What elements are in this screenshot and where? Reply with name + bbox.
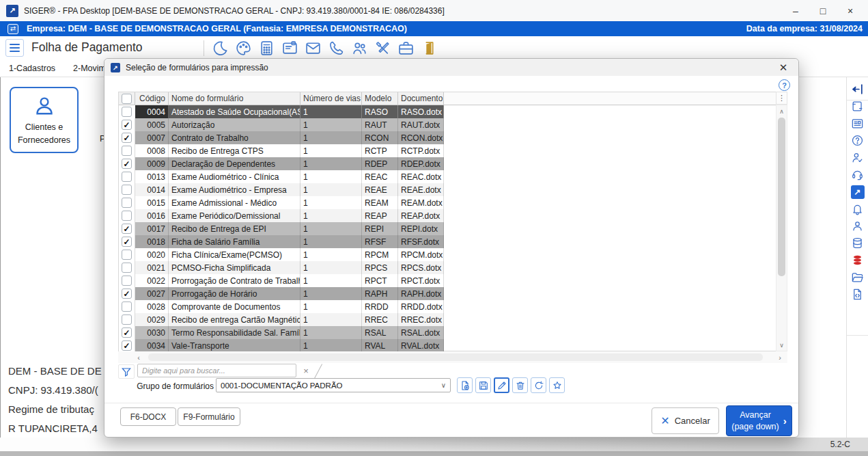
row-checkbox[interactable] <box>122 250 132 260</box>
help-icon[interactable]: ? <box>779 79 790 91</box>
mail-icon[interactable] <box>303 38 322 57</box>
row-checkbox[interactable]: ✓ <box>122 340 132 351</box>
column-header[interactable]: Número de vias <box>300 92 362 105</box>
scroll-icon[interactable] <box>850 98 866 115</box>
tab-1[interactable]: 1-Cadastros <box>9 64 55 73</box>
select-all-checkbox[interactable] <box>122 94 132 104</box>
search-input[interactable] <box>137 364 296 377</box>
table-row[interactable]: 0020Ficha Clínica/Exame(PCMSO)1RPCMRPCM.… <box>119 248 776 261</box>
table-row[interactable]: ✓0009Declaração de Dependentes1RDEPRDEP.… <box>119 157 776 170</box>
row-checkbox[interactable] <box>122 172 132 182</box>
menu-icon[interactable] <box>5 39 24 57</box>
people-icon[interactable] <box>350 38 369 57</box>
bell-icon[interactable] <box>850 201 866 217</box>
close-button[interactable]: × <box>837 0 864 21</box>
row-checkbox[interactable]: ✓ <box>122 120 132 130</box>
horizontal-scrollbar[interactable]: ‹ › <box>118 351 787 363</box>
row-checkbox[interactable] <box>122 198 132 208</box>
f6-docx-button[interactable]: F6-DOCX <box>120 407 176 426</box>
table-row[interactable]: 0028Comprovante de Documentos1RRDDRRDD.d… <box>119 300 776 313</box>
delete-icon[interactable] <box>512 377 528 393</box>
briefcase-icon[interactable] <box>396 38 415 57</box>
column-header[interactable]: Código <box>135 92 169 105</box>
tools-icon[interactable] <box>373 38 392 57</box>
row-checkbox[interactable] <box>122 107 132 117</box>
group-select[interactable]: 0001-DOCUMENTAÇÃO PADRÃO ∨ <box>216 378 451 392</box>
row-checkbox[interactable] <box>122 146 132 156</box>
exit-icon[interactable] <box>419 38 438 57</box>
new-doc-icon[interactable] <box>457 377 473 393</box>
f9-formulario-button[interactable]: F9-Formulário <box>178 407 240 426</box>
clear-search-icon[interactable]: × <box>300 364 311 377</box>
headset-icon[interactable] <box>850 167 866 183</box>
edit-icon[interactable] <box>494 377 509 393</box>
folder-icon[interactable] <box>850 269 866 286</box>
calculator-icon[interactable] <box>257 38 276 57</box>
select-all-header[interactable] <box>119 92 135 105</box>
table-row[interactable]: 0015Exame Admissional - Médico1REAMREAM.… <box>119 196 776 209</box>
siger-icon[interactable]: ↗ <box>850 184 866 200</box>
table-row[interactable]: ✓0027Prorrogação de Horário1RAPHRAPH.dot… <box>119 287 776 300</box>
dialog-close-icon[interactable]: ✕ <box>775 59 792 76</box>
swap-company-icon[interactable]: ⇄ <box>8 24 18 34</box>
table-row[interactable]: ✓0007Contrato de Trabalho1RCONRCON.dotx <box>119 131 776 144</box>
minimize-button[interactable]: – <box>782 0 809 21</box>
column-header[interactable]: Documento <box>398 92 444 105</box>
scroll-up-icon[interactable]: ∧ <box>776 106 787 116</box>
table-row[interactable]: 0013Exame Audiométrico - Clínica1REACREA… <box>119 170 776 183</box>
user-check-icon[interactable] <box>850 150 866 166</box>
vertical-scrollbar[interactable]: ∧ ∨ <box>776 105 787 351</box>
row-checkbox[interactable] <box>122 211 132 221</box>
coins-icon[interactable] <box>850 252 866 269</box>
scrollbar-thumb[interactable] <box>778 118 785 276</box>
table-row[interactable]: 0029Recibo de entrega Cartão Magnético1R… <box>119 313 776 326</box>
maximize-button[interactable]: □ <box>809 0 837 21</box>
table-row[interactable]: 0004Atestado de Saúde Ocupacional(ASO)1R… <box>119 105 776 118</box>
cancel-button[interactable]: ✕ Cancelar <box>652 407 719 434</box>
grid-menu-icon[interactable]: ⋮ <box>776 92 787 105</box>
collapse-icon[interactable] <box>850 81 866 98</box>
table-row[interactable]: 0021PCMSO-Ficha Simplificada1RPCSRPCS.do… <box>119 261 776 274</box>
file-code-icon[interactable] <box>850 286 866 303</box>
row-checkbox[interactable] <box>122 301 132 312</box>
database-icon[interactable] <box>850 235 866 252</box>
advance-button[interactable]: Avançar (page down) › <box>726 405 792 436</box>
palette-icon[interactable] <box>234 38 253 57</box>
table-row[interactable]: 0022Prorrogação de Contrato de Trabalho1… <box>119 274 776 287</box>
filter-icon[interactable] <box>118 364 135 379</box>
column-header[interactable]: Nome do formulário <box>169 92 300 105</box>
card-icon[interactable] <box>280 38 299 57</box>
row-checkbox[interactable] <box>122 263 132 273</box>
scroll-down-icon[interactable]: ∨ <box>776 340 787 350</box>
row-checkbox[interactable]: ✓ <box>122 133 132 143</box>
moon-icon[interactable] <box>210 38 229 57</box>
user-icon[interactable] <box>850 218 866 234</box>
table-row[interactable]: ✓0017Recibo de Entrega de EPI1REPIREPI.d… <box>119 222 776 235</box>
save-icon[interactable] <box>475 377 491 393</box>
scrollbar-thumb[interactable] <box>148 353 763 361</box>
table-row[interactable]: ✓0030Termo Responsabilidade Sal. Família… <box>119 326 776 339</box>
clientes-fornecedores-card[interactable]: Clientes e Fornecedores <box>10 87 79 153</box>
favorite-icon[interactable] <box>549 377 565 393</box>
table-row[interactable]: 0014Exame Audiométrico - Empresa1REAEREA… <box>119 183 776 196</box>
table-row[interactable]: ✓0034Vale-Transporte1RVALRVAL.dotx <box>119 339 776 352</box>
table-row[interactable]: ✓0018Ficha de Salário Família1RFSFRFSF.d… <box>119 235 776 248</box>
scroll-right-icon[interactable]: › <box>774 351 785 363</box>
table-row[interactable]: ✓0005Autorização1RAUTRAUT.dotx <box>119 118 776 131</box>
row-checkbox[interactable]: ✓ <box>122 224 132 234</box>
refresh-icon[interactable] <box>531 377 546 393</box>
help-icon[interactable] <box>850 133 866 149</box>
row-checkbox[interactable]: ✓ <box>122 289 132 299</box>
row-checkbox[interactable]: ✓ <box>122 237 132 247</box>
phone-icon[interactable] <box>326 38 346 57</box>
row-checkbox[interactable] <box>122 185 132 195</box>
row-checkbox[interactable]: ✓ <box>122 159 132 169</box>
news-icon[interactable] <box>850 116 866 132</box>
scroll-left-icon[interactable]: ‹ <box>133 351 144 363</box>
column-header[interactable]: Modelo <box>362 92 398 105</box>
row-checkbox[interactable]: ✓ <box>122 327 132 338</box>
row-checkbox[interactable] <box>122 276 132 286</box>
table-row[interactable]: 0016Exame Periódico/Demissional1REAPREAP… <box>119 209 776 222</box>
row-checkbox[interactable] <box>122 314 132 325</box>
table-row[interactable]: 0008Recibo de Entrega CTPS1RCTPRCTP.dotx <box>119 144 776 157</box>
